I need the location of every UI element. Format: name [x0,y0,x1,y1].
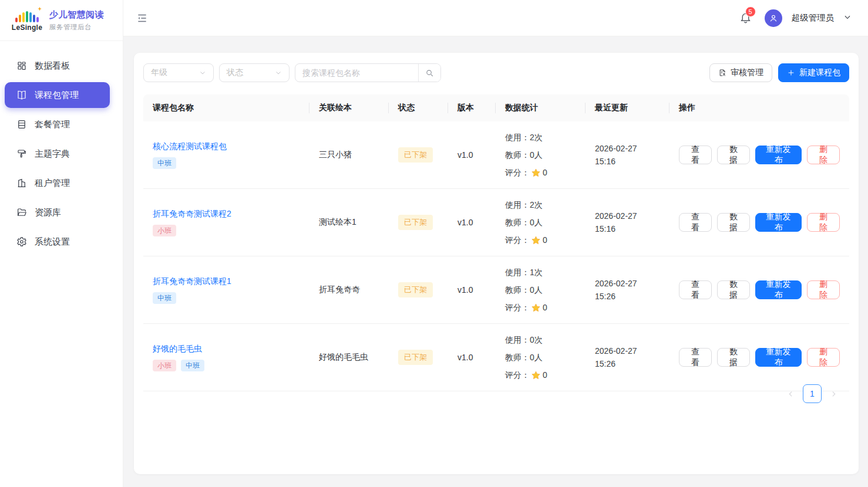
sidebar: LeSingle 少儿智慧阅读 服务管理后台 数据看板 课程包管理 套餐管理 主… [0,0,123,487]
grade-select[interactable]: 年级 [143,63,214,82]
sidebar-collapse-button[interactable] [136,12,148,24]
sidebar-item-label: 数据看板 [35,60,70,72]
teacher-value: 0人 [530,214,543,231]
search-input[interactable] [295,64,418,82]
page-number-button[interactable]: 1 [803,384,822,403]
next-page-button[interactable] [830,390,837,398]
column-header-updated: 最近更新 [586,103,669,113]
menu-fold-icon [136,12,148,24]
sidebar-menu: 数据看板 课程包管理 套餐管理 主题字典 租户管理 资源库 系统设置 [0,41,123,255]
table-row: 好饿的毛毛虫 小班 中班 好饿的毛毛虫 已下架 v1.0 使用：0次 教师：0人… [143,324,849,391]
updated-time: 15:16 [595,222,660,235]
create-course-package-button[interactable]: 新建课程包 [778,63,849,82]
course-package-table: 课程包名称 关联绘本 状态 版本 数据统计 最近更新 操作 核心流程测试课程包 … [143,94,849,391]
data-button[interactable]: 数 据 [717,280,750,299]
book-name: 折耳兔奇奇 [309,285,389,295]
grade-tag: 中班 [153,292,176,304]
delete-button[interactable]: 删 除 [807,280,840,299]
delete-button[interactable]: 删 除 [807,348,840,367]
view-button[interactable]: 查 看 [679,280,712,299]
package-name-link[interactable]: 折耳兔奇奇测试课程2 [153,209,231,219]
rating-value: 0 [543,366,547,384]
star-icon [531,303,541,313]
book-name: 测试绘本1 [309,217,389,228]
top-header: 5 超级管理员 [123,0,868,36]
grade-tag: 小班 [153,225,176,236]
audit-management-button[interactable]: 审核管理 [709,63,772,82]
column-header-name: 课程包名称 [143,103,309,113]
sidebar-item-resource-library[interactable]: 资源库 [5,199,110,225]
version: v1.0 [448,353,496,362]
updated-date: 2026-02-27 [595,344,660,357]
building-icon [16,178,27,188]
sidebar-item-label: 主题字典 [35,148,70,160]
updated-time: 15:26 [595,357,660,370]
folder-icon [16,207,27,218]
view-button[interactable]: 查 看 [679,348,712,367]
logo-mark-icon: LeSingle [11,9,43,32]
search-icon [425,69,434,77]
notification-bell-button[interactable]: 5 [739,11,752,25]
star-icon [531,370,541,380]
package-name-link[interactable]: 核心流程测试课程包 [153,141,227,152]
column-header-stats: 数据统计 [496,103,586,113]
user-menu-toggle[interactable] [843,13,852,23]
status-select-placeholder: 状态 [227,67,243,78]
usage-value: 0次 [530,331,543,349]
package-name-link[interactable]: 好饿的毛毛虫 [153,344,202,354]
republish-button[interactable]: 重新发布 [755,280,802,299]
data-button[interactable]: 数 据 [717,213,750,232]
sidebar-item-plan-management[interactable]: 套餐管理 [5,111,110,137]
view-button[interactable]: 查 看 [679,146,712,164]
delete-button[interactable]: 删 除 [807,146,840,164]
sidebar-item-label: 套餐管理 [35,119,70,130]
filter-bar: 年级 状态 审核管理 新建课程包 [143,63,849,82]
pagination: 1 [787,384,837,403]
grade-tag: 小班 [153,360,176,371]
sidebar-item-system-settings[interactable]: 系统设置 [5,229,110,255]
republish-button[interactable]: 重新发布 [755,146,802,164]
previous-page-button[interactable] [787,390,795,398]
view-button[interactable]: 查 看 [679,213,712,232]
status-select[interactable]: 状态 [219,63,290,82]
republish-button[interactable]: 重新发布 [755,348,802,367]
version: v1.0 [448,218,496,227]
search-button[interactable] [418,64,440,82]
content-card: 年级 状态 审核管理 新建课程包 [134,53,859,474]
dashboard-icon [16,60,27,71]
updated-time: 15:16 [595,155,660,168]
user-name[interactable]: 超级管理员 [792,12,835,23]
gear-icon [16,236,27,247]
sidebar-item-label: 资源库 [35,207,61,218]
updated-date: 2026-02-27 [595,277,660,290]
package-list-icon [16,119,27,130]
sidebar-item-dashboard[interactable]: 数据看板 [5,53,110,79]
teacher-value: 0人 [530,146,543,164]
column-header-book: 关联绘本 [309,103,389,113]
user-avatar[interactable] [765,9,782,27]
logo-brand-text: LeSingle [12,23,42,32]
sidebar-item-tenant-management[interactable]: 租户管理 [5,170,110,196]
data-button[interactable]: 数 据 [717,146,750,164]
rating-value: 0 [543,299,547,316]
book-name: 三只小猪 [309,150,389,160]
column-header-status: 状态 [389,103,448,113]
rating-value: 0 [543,164,547,181]
status-badge: 已下架 [398,147,433,163]
delete-button[interactable]: 删 除 [807,213,840,232]
usage-value: 2次 [530,196,543,214]
grade-tag: 中班 [153,157,176,169]
sidebar-item-label: 系统设置 [35,236,70,248]
status-badge: 已下架 [398,215,433,230]
chevron-down-icon [275,69,282,76]
republish-button[interactable]: 重新发布 [755,213,802,232]
chevron-down-icon [843,13,852,21]
book-name: 好饿的毛毛虫 [309,352,389,363]
teacher-value: 0人 [530,281,543,299]
updated-date: 2026-02-27 [595,209,660,222]
logo: LeSingle 少儿智慧阅读 服务管理后台 [0,0,123,41]
sidebar-item-course-packages[interactable]: 课程包管理 [5,82,110,108]
data-button[interactable]: 数 据 [717,348,750,367]
sidebar-item-theme-dictionary[interactable]: 主题字典 [5,141,110,167]
package-name-link[interactable]: 折耳兔奇奇测试课程1 [153,276,231,287]
